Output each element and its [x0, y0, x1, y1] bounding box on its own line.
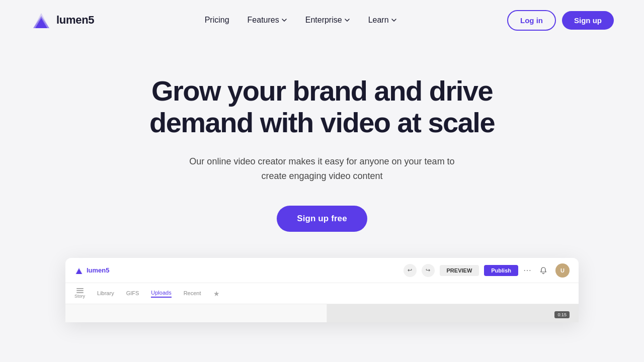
preview-button[interactable]: PREVIEW [440, 265, 479, 276]
nav-actions: Log in Sign up [507, 10, 614, 31]
hero-subtext: Our online video creator makes it easy f… [186, 154, 458, 184]
nav-links: Pricing Features Enterprise Learn [205, 16, 397, 25]
nav-features[interactable]: Features [248, 16, 287, 25]
learn-chevron-icon [391, 17, 397, 23]
hero-headline: Grow your brand and drive demand with vi… [131, 75, 513, 138]
hero-section: Grow your brand and drive demand with vi… [0, 40, 644, 322]
features-chevron-icon [281, 17, 287, 23]
gifs-tab[interactable]: GIFS [126, 290, 139, 297]
redo-button[interactable]: ↪ [422, 264, 435, 277]
navbar: lumen5 Pricing Features Enterprise Learn… [0, 0, 644, 40]
screenshot-topbar-right: ↩ ↪ PREVIEW Publish ⋯ U [404, 263, 570, 278]
screenshot-right-panel: 0:15 [327, 304, 579, 322]
screenshot-topbar: lumen5 ↩ ↪ PREVIEW Publish ⋯ U [65, 258, 579, 283]
story-icon[interactable]: Story [74, 288, 85, 299]
nav-enterprise[interactable]: Enterprise [305, 16, 350, 25]
screenshot-logo: lumen5 [74, 266, 110, 275]
product-screenshot: lumen5 ↩ ↪ PREVIEW Publish ⋯ U [65, 258, 579, 322]
recent-tab[interactable]: Recent [184, 290, 201, 297]
screenshot-left-panel [65, 304, 327, 322]
enterprise-chevron-icon [344, 17, 350, 23]
screenshot-logo-icon [74, 266, 84, 275]
uploads-tab[interactable]: Uploads [151, 290, 171, 298]
signup-button[interactable]: Sign up [562, 11, 614, 30]
logo-text: lumen5 [56, 14, 94, 27]
nav-learn[interactable]: Learn [368, 16, 397, 25]
video-duration-badge: 0:15 [554, 311, 570, 318]
screenshot-content: 0:15 [65, 304, 579, 322]
undo-button[interactable]: ↩ [404, 264, 417, 277]
star-icon: ★ [213, 290, 220, 298]
nav-pricing[interactable]: Pricing [205, 16, 229, 25]
library-tab[interactable]: Library [97, 290, 114, 297]
login-button[interactable]: Log in [507, 10, 556, 31]
screenshot-bottombar: Story Library GIFS Uploads Recent ★ [65, 283, 579, 304]
notifications-button[interactable] [536, 263, 550, 278]
svg-marker-4 [76, 268, 82, 274]
logo-link[interactable]: lumen5 [30, 9, 94, 31]
bell-icon [539, 266, 547, 275]
more-options-button[interactable]: ⋯ [523, 265, 531, 275]
user-avatar[interactable]: U [555, 263, 570, 278]
publish-button[interactable]: Publish [484, 265, 518, 276]
hero-cta-button[interactable]: Sign up free [277, 206, 367, 232]
logo-icon [30, 9, 52, 31]
